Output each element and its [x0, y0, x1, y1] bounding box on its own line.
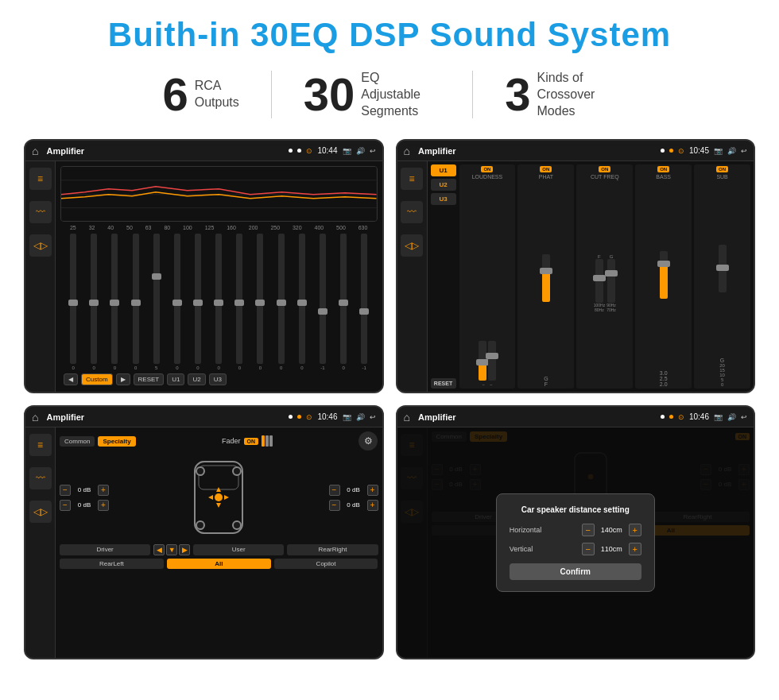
- db-minus-tr[interactable]: −: [329, 485, 340, 496]
- cutfreq-on[interactable]: ON: [599, 166, 610, 172]
- db-minus-br[interactable]: −: [329, 500, 340, 511]
- driver-btn[interactable]: Driver: [60, 544, 150, 555]
- eq-track-4[interactable]: [153, 234, 160, 364]
- left-arrow-btn[interactable]: ◀: [153, 544, 165, 555]
- status-dot-3: [661, 149, 665, 153]
- phat-slider[interactable]: [542, 254, 550, 302]
- stat-text-eq: EQ AdjustableSegments: [361, 70, 440, 119]
- eq-bottom-bar: ◀ Custom ▶ RESET U1 U2 U3: [60, 370, 378, 387]
- amp-main: U1 U2 U3 RESET ON LOUDNESS: [428, 161, 754, 392]
- loudness-on[interactable]: ON: [481, 166, 493, 172]
- db-plus-tr[interactable]: +: [367, 485, 378, 496]
- eq-u2-btn[interactable]: U2: [188, 373, 205, 385]
- cutfreq-slider-g[interactable]: [607, 259, 615, 303]
- db-plus-bl[interactable]: +: [98, 500, 109, 511]
- eq-reset-btn[interactable]: RESET: [134, 373, 165, 385]
- amp-u3-btn[interactable]: U3: [431, 193, 456, 205]
- eq-slider-10: 0: [278, 234, 285, 370]
- tab-common[interactable]: Common: [60, 436, 95, 447]
- dialog-horizontal-row: Horizontal − 140cm +: [510, 524, 641, 536]
- phat-on[interactable]: ON: [540, 166, 552, 172]
- sidebar-wave-btn-3[interactable]: 〰: [29, 467, 52, 489]
- eq-track-11[interactable]: [299, 234, 305, 364]
- db-plus-br[interactable]: +: [367, 500, 378, 511]
- fader-left-channels: − 0 dB + − 0 dB +: [60, 485, 109, 511]
- eq-track-14[interactable]: [361, 234, 367, 364]
- dialog-horizontal-plus[interactable]: +: [629, 524, 641, 536]
- eq-custom-btn[interactable]: Custom: [81, 373, 113, 385]
- eq-track-8[interactable]: [236, 234, 242, 364]
- sidebar-wave-btn[interactable]: 〰: [29, 201, 52, 223]
- back-icon-1: ↩: [370, 147, 376, 155]
- status-bar-2: ⌂ Amplifier ⊙ 10:45 📷 🔊 ↩: [397, 141, 754, 161]
- loudness-slider-1[interactable]: [479, 341, 486, 381]
- back-icon-4: ↩: [741, 413, 747, 421]
- db-val-br: 0 dB: [343, 501, 365, 509]
- tab-specialty[interactable]: Specialty: [98, 436, 135, 447]
- eq-slider-14: -1: [361, 234, 367, 370]
- eq-track-2[interactable]: [111, 234, 118, 364]
- sidebar-vol-btn-2[interactable]: ◁▷: [401, 234, 423, 257]
- eq-slider-13: 0: [340, 234, 347, 370]
- eq-u1-btn[interactable]: U1: [167, 373, 184, 385]
- eq-main: 25 32 40 50 63 80 100 125 160 200 250 32…: [56, 161, 382, 392]
- sidebar-eq-btn-2[interactable]: ≡: [401, 168, 423, 190]
- bass-slider[interactable]: [660, 251, 668, 299]
- sub-on[interactable]: ON: [716, 166, 728, 172]
- db-control-tr: − 0 dB +: [329, 485, 378, 496]
- eq-track-9[interactable]: [257, 234, 263, 364]
- sidebar-wave-btn-2[interactable]: 〰: [401, 201, 423, 223]
- all-btn[interactable]: All: [167, 559, 271, 569]
- db-minus-tl[interactable]: −: [60, 485, 71, 496]
- svg-marker-10: [224, 495, 229, 500]
- status-bar-4: ⌂ Amplifier ⊙ 10:46 📷 🔊 ↩: [397, 407, 754, 427]
- eq-track-1[interactable]: [91, 234, 97, 364]
- eq-slider-4: 5: [153, 234, 160, 370]
- eq-play-btn[interactable]: ▶: [116, 373, 130, 385]
- amp-u1-btn[interactable]: U1: [431, 164, 456, 176]
- fader-on-toggle[interactable]: ON: [244, 438, 259, 445]
- db-control-tl: − 0 dB +: [60, 485, 109, 496]
- dialog-vertical-plus[interactable]: +: [629, 543, 641, 555]
- sidebar-eq-btn-3[interactable]: ≡: [29, 434, 52, 456]
- stat-rca: 6 RCAOutputs: [130, 72, 270, 118]
- eq-track-0[interactable]: [70, 234, 76, 364]
- rearright-btn[interactable]: RearRight: [287, 544, 378, 555]
- right-arrow-btn[interactable]: ▶: [179, 544, 190, 555]
- db-minus-bl[interactable]: −: [60, 500, 71, 511]
- loudness-slider-2[interactable]: [488, 341, 496, 381]
- rearleft-btn[interactable]: RearLeft: [60, 559, 164, 569]
- db-plus-tl[interactable]: +: [98, 485, 109, 496]
- status-dot-6: [297, 415, 301, 419]
- amp-phat: ON PHAT G F: [517, 164, 574, 389]
- copilot-btn[interactable]: Copilot: [274, 559, 378, 569]
- bass-on[interactable]: ON: [657, 166, 669, 172]
- screen-eq: ⌂ Amplifier ⊙ 10:44 📷 🔊 ↩ ≡ 〰 ◁▷: [24, 139, 384, 393]
- eq-track-12[interactable]: [320, 234, 326, 364]
- location-icon-3: ⊙: [306, 413, 312, 421]
- eq-track-7[interactable]: [215, 234, 222, 364]
- eq-prev-btn[interactable]: ◀: [64, 373, 78, 385]
- status-bar-3: ⌂ Amplifier ⊙ 10:46 📷 🔊 ↩: [25, 407, 382, 427]
- eq-track-5[interactable]: [174, 234, 180, 364]
- user-btn[interactable]: User: [193, 544, 284, 555]
- sidebar-eq-btn[interactable]: ≡: [29, 168, 52, 190]
- eq-track-6[interactable]: [195, 234, 201, 364]
- eq-track-3[interactable]: [133, 234, 139, 364]
- amp-reset-btn[interactable]: RESET: [431, 378, 456, 389]
- dialog-vertical-minus[interactable]: −: [582, 543, 595, 555]
- sub-slider[interactable]: [719, 245, 727, 292]
- volume-icon-1: 🔊: [356, 147, 365, 155]
- sidebar-vol-btn[interactable]: ◁▷: [29, 234, 52, 257]
- fader-settings-icon[interactable]: ⚙: [358, 431, 378, 451]
- eq-track-13[interactable]: [340, 234, 347, 364]
- cutfreq-slider-f[interactable]: [595, 259, 603, 303]
- amp-u2-btn[interactable]: U2: [431, 179, 456, 191]
- dialog-horizontal-minus[interactable]: −: [582, 524, 595, 536]
- down-arrow-btn[interactable]: ▼: [166, 544, 177, 555]
- eq-track-10[interactable]: [278, 234, 285, 364]
- fader-label: Fader: [222, 437, 241, 445]
- sidebar-vol-btn-3[interactable]: ◁▷: [29, 501, 52, 523]
- eq-u3-btn[interactable]: U3: [209, 373, 227, 385]
- confirm-button[interactable]: Confirm: [510, 563, 641, 580]
